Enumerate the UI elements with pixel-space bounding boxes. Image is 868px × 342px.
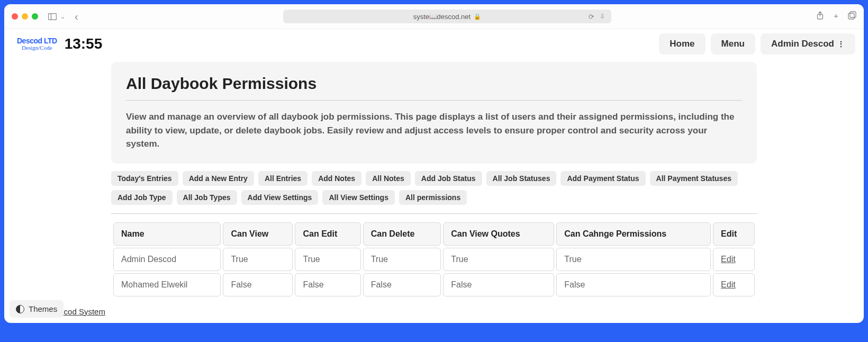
page-title: All Daybook Permissions bbox=[126, 75, 742, 93]
chip-add-job-status[interactable]: Add Job Status bbox=[415, 171, 482, 186]
traffic-lights bbox=[12, 13, 38, 20]
chip-add-job-type[interactable]: Add Job Type bbox=[111, 190, 173, 205]
menu-dots-icon: ⋮ bbox=[837, 40, 845, 48]
table-cell-action: Edit bbox=[713, 248, 755, 271]
section-divider bbox=[111, 213, 757, 214]
chip-add-notes[interactable]: Add Notes bbox=[312, 171, 361, 186]
permissions-table: NameCan ViewCan EditCan DeleteCan View Q… bbox=[111, 220, 757, 299]
column-header: Can View Quotes bbox=[443, 222, 554, 246]
chip-all-payment-statuses[interactable]: All Payment Statuses bbox=[650, 171, 738, 186]
share-icon[interactable] bbox=[816, 11, 824, 22]
themes-label: Themes bbox=[29, 304, 57, 313]
lock-icon: 🔒 bbox=[474, 13, 481, 20]
footer: © 2024 - Descod System bbox=[17, 307, 851, 316]
table-cell: Admin Descod bbox=[113, 248, 221, 271]
themes-button[interactable]: Themes bbox=[10, 300, 64, 318]
minimize-window-button[interactable] bbox=[22, 13, 28, 20]
chip-today-s-entries[interactable]: Today's Entries bbox=[111, 171, 178, 186]
url-bar[interactable]: 📖 system.descod.net 🔒 ⟳ ⇩ bbox=[283, 10, 611, 23]
chip-all-job-statuses[interactable]: All Job Statuses bbox=[486, 171, 557, 186]
table-cell: True bbox=[556, 248, 711, 271]
table-cell: Mohamed Elwekil bbox=[113, 273, 221, 296]
divider bbox=[126, 100, 742, 101]
table-cell: True bbox=[223, 248, 293, 271]
url-text: system.descod.net bbox=[413, 13, 471, 21]
table-cell: False bbox=[295, 273, 360, 296]
chip-add-a-new-entry[interactable]: Add a New Entry bbox=[183, 171, 254, 186]
chip-add-payment-status[interactable]: Add Payment Status bbox=[560, 171, 645, 186]
edit-link[interactable]: Edit bbox=[721, 280, 736, 289]
table-cell: False bbox=[363, 273, 441, 296]
column-header: Can View bbox=[223, 222, 293, 246]
chip-bar: Today's EntriesAdd a New EntryAll Entrie… bbox=[111, 171, 757, 205]
logo-sub: Design/Code bbox=[22, 45, 52, 51]
table-cell: True bbox=[295, 248, 360, 271]
chip-all-job-types[interactable]: All Job Types bbox=[177, 190, 237, 205]
chip-all-permissions[interactable]: All permissions bbox=[399, 190, 467, 205]
nav-menu-button[interactable]: Menu bbox=[711, 33, 755, 55]
new-tab-icon[interactable]: + bbox=[834, 11, 838, 22]
table-cell: False bbox=[443, 273, 554, 296]
chevron-down-icon[interactable]: ⌄ bbox=[60, 13, 65, 20]
column-header: Can Delete bbox=[363, 222, 441, 246]
chip-all-notes[interactable]: All Notes bbox=[366, 171, 411, 186]
page-description: View and manage an overview of all daybo… bbox=[126, 110, 742, 151]
chip-add-view-settings[interactable]: Add View Settings bbox=[241, 190, 319, 205]
reader-icon: 📖 bbox=[429, 13, 437, 20]
chip-all-view-settings[interactable]: All View Settings bbox=[322, 190, 395, 205]
table-cell: False bbox=[556, 273, 711, 296]
column-header: Name bbox=[113, 222, 221, 246]
nav-home-button[interactable]: Home bbox=[659, 33, 705, 55]
tabs-icon[interactable] bbox=[848, 11, 856, 22]
logo-main: Descod LTD bbox=[17, 37, 57, 44]
table-cell-action: Edit bbox=[713, 273, 755, 296]
clock: 13:55 bbox=[65, 35, 103, 52]
maximize-window-button[interactable] bbox=[32, 13, 38, 20]
table-cell: False bbox=[223, 273, 293, 296]
sidebar-toggle-icon[interactable] bbox=[47, 11, 58, 22]
table-cell: True bbox=[363, 248, 441, 271]
reload-icon[interactable]: ⟳ bbox=[589, 13, 594, 21]
column-header: Can Cahnge Permissions bbox=[556, 222, 711, 246]
chip-all-entries[interactable]: All Entries bbox=[258, 171, 308, 186]
logo[interactable]: Descod LTD Design/Code bbox=[17, 37, 57, 51]
column-header: Edit bbox=[713, 222, 755, 246]
svg-rect-5 bbox=[850, 12, 856, 17]
download-icon[interactable]: ⇩ bbox=[600, 13, 605, 20]
themes-icon bbox=[16, 305, 24, 313]
top-nav: Descod LTD Design/Code 13:55 Home Menu A… bbox=[13, 29, 855, 59]
table-row: Admin DescodTrueTrueTrueTrueTrueEdit bbox=[113, 248, 755, 271]
table-row: Mohamed ElwekilFalseFalseFalseFalseFalse… bbox=[113, 273, 755, 296]
nav-user-button[interactable]: Admin Descod⋮ bbox=[761, 33, 855, 55]
browser-chrome: ⌄ ‹ 📖 system.descod.net 🔒 ⟳ ⇩ + bbox=[4, 4, 864, 29]
svg-rect-0 bbox=[49, 13, 57, 20]
back-icon[interactable]: ‹ bbox=[75, 11, 78, 23]
edit-link[interactable]: Edit bbox=[721, 255, 736, 264]
close-window-button[interactable] bbox=[12, 13, 18, 20]
svg-rect-4 bbox=[848, 13, 854, 19]
table-cell: True bbox=[443, 248, 554, 271]
column-header: Can Edit bbox=[295, 222, 360, 246]
page-header-card: All Daybook Permissions View and manage … bbox=[111, 62, 757, 164]
